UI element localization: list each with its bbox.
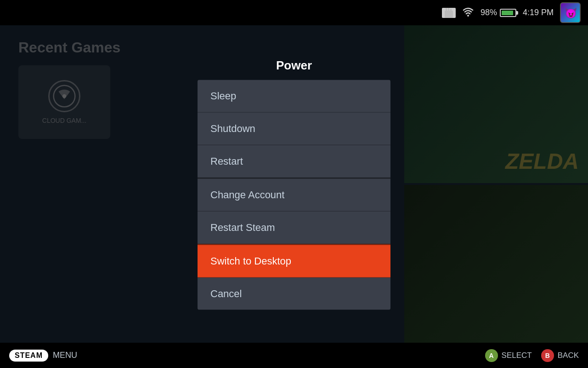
- battery-icon: [500, 9, 516, 17]
- battery-percentage: 98%: [481, 8, 497, 17]
- time-display: 4:19 PM: [523, 8, 554, 17]
- power-menu-list: Sleep Shutdown Restart Change Account Re…: [198, 80, 390, 310]
- steam-menu-section: STEAM MENU: [9, 350, 77, 362]
- sd-card-icon: [442, 8, 456, 18]
- svg-rect-5: [450, 9, 452, 12]
- power-dialog: Power Sleep Shutdown Restart Change Acco…: [198, 58, 390, 310]
- status-bar: 98% 4:19 PM 😈: [0, 0, 588, 25]
- svg-rect-3: [446, 8, 447, 12]
- avatar: 😈: [560, 2, 581, 23]
- restart-steam-button[interactable]: Restart Steam: [198, 212, 390, 244]
- restart-button[interactable]: Restart: [198, 145, 390, 178]
- a-button-icon: A: [485, 349, 498, 362]
- status-icons: 98% 4:19 PM 😈: [442, 2, 581, 23]
- b-button-icon: B: [541, 349, 554, 362]
- svg-point-6: [467, 15, 469, 17]
- select-label: SELECT: [502, 351, 532, 360]
- shutdown-button[interactable]: Shutdown: [198, 113, 390, 145]
- change-account-button[interactable]: Change Account: [198, 178, 390, 212]
- back-hint: B BACK: [541, 349, 579, 362]
- controller-hints: A SELECT B BACK: [485, 349, 579, 362]
- wifi-icon: [462, 6, 474, 19]
- cancel-button[interactable]: Cancel: [198, 278, 390, 310]
- menu-label: MENU: [53, 351, 77, 360]
- select-hint: A SELECT: [485, 349, 532, 362]
- battery-section: 98%: [481, 8, 516, 17]
- svg-text:😈: 😈: [564, 7, 577, 19]
- battery-fill: [502, 11, 513, 15]
- sleep-button[interactable]: Sleep: [198, 80, 390, 113]
- back-label: BACK: [558, 351, 579, 360]
- switch-to-desktop-button[interactable]: Switch to Desktop: [198, 244, 390, 278]
- svg-rect-2: [445, 11, 453, 18]
- power-dialog-title: Power: [276, 58, 312, 73]
- bottom-bar: STEAM MENU A SELECT B BACK: [0, 343, 588, 368]
- steam-button[interactable]: STEAM: [9, 350, 48, 362]
- svg-rect-4: [448, 8, 449, 12]
